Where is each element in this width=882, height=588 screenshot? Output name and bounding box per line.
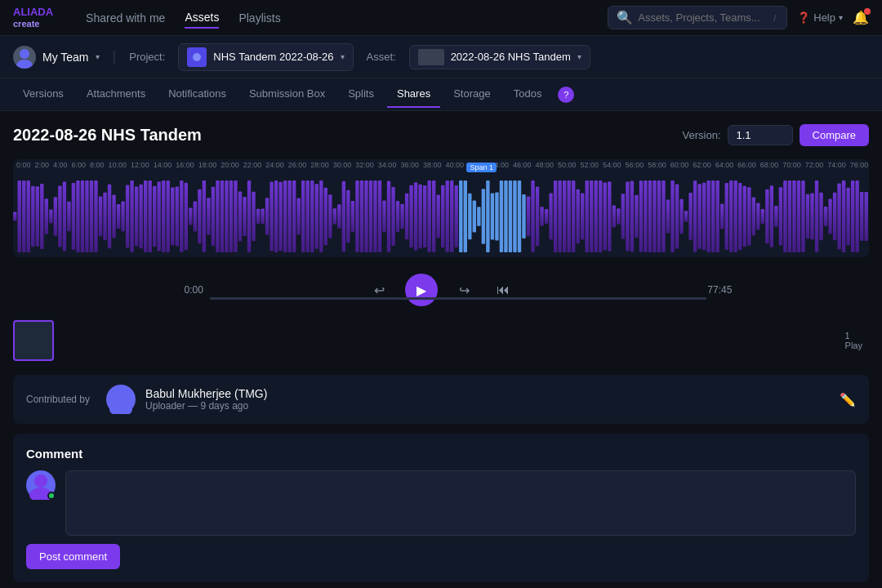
svg-rect-181 [810, 194, 813, 240]
version-area: Version: Compare [683, 124, 869, 146]
svg-rect-107 [477, 207, 480, 225]
edit-icon[interactable]: ✏️ [840, 392, 856, 408]
svg-point-3 [193, 53, 201, 61]
tab-help-icon[interactable]: ? [558, 87, 574, 103]
thumbnail-item[interactable] [13, 320, 54, 361]
tab-todos[interactable]: Todos [504, 81, 552, 108]
content-tabs: Versions Attachments Notifications Submi… [0, 78, 882, 111]
svg-rect-150 [670, 180, 674, 252]
asset-selector[interactable]: 2022-08-26 NHS Tandem ▾ [409, 45, 590, 69]
compare-button[interactable]: Compare [800, 124, 869, 146]
play-button[interactable]: ▶ [405, 274, 438, 306]
svg-rect-100 [446, 180, 449, 252]
svg-rect-14 [58, 185, 61, 247]
nav-playlists[interactable]: Playlists [238, 8, 280, 28]
svg-rect-102 [455, 185, 458, 247]
svg-rect-163 [729, 180, 733, 252]
tab-notifications[interactable]: Notifications [158, 81, 236, 108]
svg-rect-40 [176, 186, 179, 246]
progress-bar[interactable] [210, 297, 706, 300]
svg-rect-101 [450, 180, 453, 252]
svg-rect-128 [572, 180, 575, 252]
svg-rect-189 [846, 188, 849, 245]
svg-rect-187 [837, 184, 840, 250]
tab-storage[interactable]: Storage [443, 81, 501, 108]
notification-dot [864, 8, 871, 15]
svg-rect-15 [63, 181, 66, 251]
svg-rect-82 [364, 180, 368, 252]
contributor-sub: Uploader — 9 days ago [145, 400, 267, 412]
svg-rect-155 [693, 180, 697, 252]
svg-rect-104 [464, 180, 467, 252]
svg-rect-171 [765, 189, 768, 243]
svg-rect-191 [855, 180, 858, 252]
search-bar[interactable]: 🔍 / [608, 6, 787, 29]
svg-rect-37 [162, 180, 165, 252]
svg-rect-29 [126, 185, 129, 247]
tab-submission-box[interactable]: Submission Box [239, 81, 335, 108]
svg-rect-152 [679, 199, 683, 234]
comment-section-title: Comment [26, 447, 856, 461]
svg-rect-64 [283, 180, 287, 252]
tab-shares[interactable]: Shares [387, 81, 440, 108]
contributor-info: Babul Mukherjee (TMG) Uploader — 9 days … [145, 387, 267, 412]
svg-rect-98 [436, 195, 439, 238]
waveform-timeline[interactable]: 0:00 2:00 4:00 6:00 8:00 10:00 12:00 14:… [13, 159, 869, 176]
online-status-dot [47, 492, 56, 500]
svg-rect-135 [604, 183, 607, 251]
svg-rect-54 [238, 192, 242, 242]
svg-point-1 [16, 60, 33, 69]
svg-rect-67 [296, 198, 300, 234]
nav-assets[interactable]: Assets [185, 7, 219, 29]
comment-input-row [26, 470, 856, 536]
svg-rect-136 [608, 181, 611, 251]
svg-rect-146 [653, 180, 656, 252]
svg-rect-172 [770, 185, 773, 247]
svg-rect-158 [706, 180, 710, 252]
svg-rect-173 [774, 206, 777, 227]
svg-rect-184 [824, 207, 827, 226]
sub-navigation: My Team ▾ | Project: NHS Tandem 2022-08-… [0, 36, 882, 78]
notifications-button[interactable]: 🔔 [853, 10, 869, 25]
svg-rect-23 [99, 197, 102, 237]
svg-rect-180 [806, 194, 809, 238]
svg-rect-66 [292, 180, 296, 252]
help-button[interactable]: ❓ Help ▾ [797, 11, 843, 24]
svg-rect-22 [94, 180, 97, 252]
svg-rect-145 [648, 180, 652, 252]
svg-rect-147 [657, 180, 661, 252]
svg-rect-47 [207, 198, 210, 234]
svg-rect-156 [697, 184, 701, 249]
svg-rect-35 [153, 186, 156, 247]
svg-rect-32 [139, 185, 142, 248]
svg-rect-9 [36, 186, 39, 246]
team-avatar [13, 46, 36, 69]
svg-rect-126 [563, 180, 566, 252]
project-selector[interactable]: NHS Tandem 2022-08-26 ▾ [178, 43, 353, 71]
separator: | [113, 48, 117, 65]
svg-rect-38 [167, 180, 170, 252]
svg-rect-175 [783, 180, 786, 252]
svg-rect-179 [801, 180, 804, 252]
svg-rect-43 [189, 208, 192, 225]
waveform-visual[interactable]: // Will be generated by JS below [13, 176, 869, 257]
post-comment-button[interactable]: Post comment [26, 544, 120, 569]
search-input[interactable] [638, 11, 768, 24]
tab-versions[interactable]: Versions [13, 81, 74, 108]
search-icon: 🔍 [617, 10, 633, 25]
comment-input[interactable] [65, 470, 856, 536]
svg-rect-68 [301, 180, 305, 252]
svg-rect-51 [225, 180, 228, 252]
team-selector[interactable]: My Team ▾ [13, 46, 100, 69]
svg-rect-106 [473, 201, 476, 233]
tab-splits[interactable]: Splits [338, 81, 384, 108]
nav-shared[interactable]: Shared with me [86, 8, 165, 28]
svg-rect-27 [117, 204, 120, 229]
tab-attachments[interactable]: Attachments [77, 81, 155, 108]
svg-rect-153 [684, 211, 688, 222]
logo-line2: create [13, 19, 53, 29]
svg-rect-39 [171, 188, 174, 246]
thumbnail-strip: 1Play [13, 316, 869, 365]
svg-rect-149 [666, 200, 670, 234]
version-input[interactable] [728, 125, 793, 145]
